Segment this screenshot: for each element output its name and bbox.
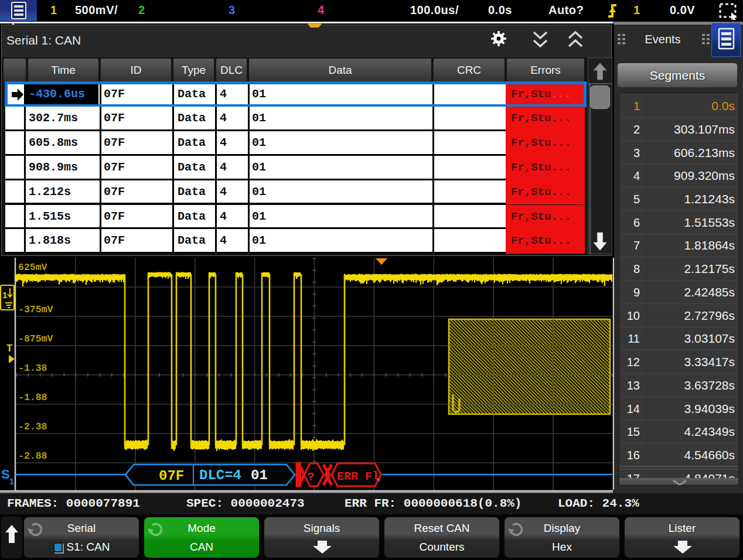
svg-text:-2.38: -2.38 xyxy=(18,421,47,432)
svg-text:ERR Fl: ERR Fl xyxy=(337,470,379,483)
svg-text:1: 1 xyxy=(9,477,14,486)
svg-text:-875mV: -875mV xyxy=(18,333,53,344)
svg-text:-1.88: -1.88 xyxy=(18,392,47,403)
svg-text:1: 1 xyxy=(2,290,7,300)
svg-text:625mV: 625mV xyxy=(18,262,47,273)
svg-text:07F: 07F xyxy=(159,468,184,484)
svg-text:T: T xyxy=(6,343,13,354)
svg-text:-1.38: -1.38 xyxy=(18,363,47,374)
svg-text:-2.88: -2.88 xyxy=(18,450,47,462)
svg-text:DLC=4: DLC=4 xyxy=(199,467,241,483)
svg-text:?: ? xyxy=(307,470,315,484)
svg-text:-375mV: -375mV xyxy=(18,304,53,315)
svg-text:01: 01 xyxy=(251,467,268,483)
svg-text:S: S xyxy=(1,467,10,482)
